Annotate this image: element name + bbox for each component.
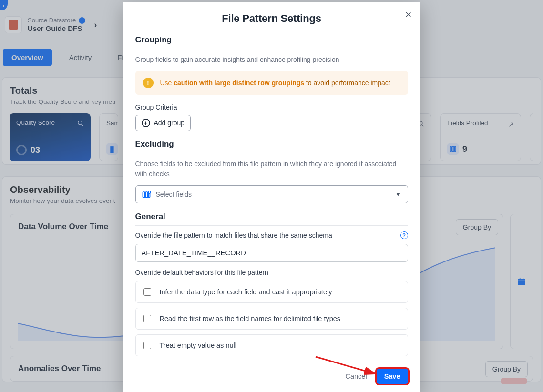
save-highlight: Save [377,369,408,384]
add-group-button[interactable]: + Add group [135,115,191,131]
file-pattern-input[interactable] [135,244,408,262]
select-fields-dropdown[interactable]: Select fields ▼ [135,185,408,203]
infer-types-checkbox[interactable] [143,288,151,296]
override-pattern-label: Override the file pattern to match files… [135,231,332,239]
general-heading: General [135,212,408,226]
add-group-label: Add group [154,119,185,127]
first-row-header-checkbox[interactable] [143,315,151,322]
infer-types-label: Infer the data type for each field and c… [160,288,332,296]
empty-as-null-checkbox[interactable] [143,342,151,349]
grouping-warning-text: Use caution with large distinct row grou… [160,79,390,87]
grouping-heading: Grouping [135,35,408,49]
grouping-warning: ! Use caution with large distinct row gr… [135,71,408,95]
modal-title: File Pattern Settings [135,12,408,25]
file-pattern-settings-modal: ✕ File Pattern Settings Grouping Group f… [123,2,420,392]
infer-types-row[interactable]: Infer the data type for each field and c… [135,281,408,303]
excluding-heading: Excluding [135,140,408,153]
svg-rect-12 [145,192,147,198]
warning-icon: ! [143,78,154,88]
empty-as-null-label: Treat empty value as null [160,342,236,349]
cancel-button[interactable]: Cancel [342,369,369,384]
save-button[interactable]: Save [377,369,408,384]
excluding-subtitle: Choose fields to be excluded from this f… [135,159,408,179]
help-icon[interactable]: ? [400,231,408,239]
override-behaviors-label: Override default behaviors for this file… [135,269,408,276]
select-fields-placeholder: Select fields [156,191,192,198]
plus-icon: + [142,119,150,127]
svg-rect-11 [143,192,144,198]
close-icon[interactable]: ✕ [405,10,412,20]
group-criteria-label: Group Criteria [135,103,408,111]
first-row-header-row[interactable]: Read the first row as the field names fo… [135,308,408,330]
columns-icon [142,190,150,199]
empty-as-null-row[interactable]: Treat empty value as null [135,334,408,356]
first-row-header-label: Read the first row as the field names fo… [160,315,341,322]
grouping-subtitle: Group fields to gain accurate insights a… [135,55,408,64]
chevron-down-icon: ▼ [396,191,401,197]
